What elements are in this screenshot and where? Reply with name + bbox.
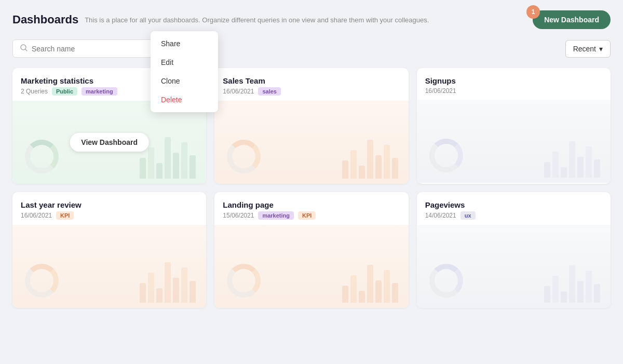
card-date: 16/06/2021 (425, 87, 456, 95)
bar (392, 283, 398, 303)
donut-chart (429, 264, 463, 298)
card-preview (417, 100, 611, 183)
dashboard-card-pageviews[interactable]: Pageviews 14/06/2021 ux (417, 192, 611, 308)
card-title: Pageviews (425, 200, 476, 209)
tag: Public (52, 87, 77, 96)
card-title: Last year review (21, 200, 82, 209)
bar (367, 265, 373, 303)
tag: sales (258, 87, 281, 96)
bar (173, 278, 179, 303)
bar (165, 137, 171, 179)
card-title-block: Sales Team 16/06/2021 sales (223, 76, 281, 96)
bar (189, 155, 196, 179)
tag: marketing (82, 87, 117, 96)
bar (392, 158, 398, 179)
bar (384, 270, 390, 303)
bar (375, 280, 382, 303)
view-dashboard-button[interactable]: View Dashboard (70, 133, 149, 152)
card-header: Signups 16/06/2021 (417, 68, 611, 100)
chevron-down-icon: ▾ (599, 45, 603, 53)
page-header: Dashboards This is a place for all your … (12, 10, 611, 29)
search-icon (20, 44, 28, 53)
sort-wrapper: Recent ▾ (565, 40, 611, 58)
search-box (12, 39, 163, 58)
card-date: 15/06/2021 (223, 212, 254, 219)
bar (140, 283, 146, 303)
bar-chart (140, 256, 196, 303)
page-title: Dashboards (12, 13, 78, 26)
bar-chart (342, 256, 398, 303)
tag: marketing (258, 211, 294, 220)
bar (342, 160, 348, 179)
bar-chart (544, 131, 600, 178)
bar (561, 291, 567, 303)
search-input[interactable] (32, 45, 155, 53)
bar (156, 163, 162, 179)
card-title-block: Signups 16/06/2021 (425, 76, 456, 95)
bar (577, 281, 584, 303)
card-header: Sales Team 16/06/2021 sales (214, 68, 408, 101)
card-preview: View Dashboard (12, 101, 206, 184)
card-preview (417, 225, 611, 308)
page-subtitle: This is a place for all your dashboards.… (85, 16, 429, 24)
dashboard-grid: Marketing statistics 2 Queries Publicmar… (12, 68, 611, 308)
header-left: Dashboards This is a place for all your … (12, 13, 429, 26)
bar (148, 273, 154, 303)
dashboard-card-signups[interactable]: Signups 16/06/2021 (417, 68, 611, 184)
bar (384, 145, 390, 179)
bar (342, 286, 348, 303)
tag: KPI (56, 211, 74, 220)
card-preview (12, 225, 206, 308)
bar (544, 286, 550, 303)
bar (594, 284, 600, 303)
donut-chart (429, 139, 463, 172)
donut-chart (25, 140, 59, 173)
card-meta: 14/06/2021 ux (425, 211, 476, 220)
dashboard-card-sales-team[interactable]: Sales Team 16/06/2021 sales (214, 68, 408, 184)
card-preview (214, 101, 408, 184)
bar (594, 159, 600, 178)
card-meta: 16/06/2021 sales (223, 87, 281, 96)
dropdown-item-delete[interactable]: Delete (151, 90, 218, 109)
card-title: Landing page (223, 200, 316, 209)
card-meta: 2 Queries Publicmarketing (21, 87, 117, 96)
bar (181, 267, 187, 303)
bar (181, 142, 187, 179)
donut-chart (227, 140, 261, 173)
card-title-block: Last year review 16/06/2021 KPI (21, 200, 82, 220)
dropdown-item-share[interactable]: Share (151, 34, 218, 53)
tag: KPI (298, 211, 316, 220)
bar (577, 157, 584, 178)
bar (189, 281, 196, 303)
card-meta: 16/06/2021 (425, 87, 456, 95)
card-title-block: Pageviews 14/06/2021 ux (425, 200, 476, 220)
new-dashboard-button[interactable]: 1 New Dashboard (533, 10, 611, 29)
bar (561, 167, 567, 178)
bar (569, 265, 575, 303)
sort-button[interactable]: Recent ▾ (565, 40, 611, 58)
card-date: 16/06/2021 (21, 212, 52, 219)
tag: ux (461, 211, 476, 220)
card-date: 16/06/2021 (223, 88, 254, 95)
dashboard-card-last-year-review[interactable]: Last year review 16/06/2021 KPI (12, 192, 206, 308)
bar (148, 147, 154, 179)
dropdown-item-clone[interactable]: Clone (151, 72, 218, 90)
dropdown-item-edit[interactable]: Edit (151, 53, 218, 72)
dashboard-card-landing-page[interactable]: Landing page 15/06/2021 marketingKPI (214, 192, 408, 308)
card-header: Last year review 16/06/2021 KPI (12, 192, 206, 225)
bar (586, 146, 592, 178)
bar (552, 152, 559, 178)
card-meta: 15/06/2021 marketingKPI (223, 211, 316, 220)
search-filter-row: Filters Recent ▾ (12, 39, 611, 58)
bar (350, 150, 357, 179)
card-date: 14/06/2021 (425, 212, 456, 219)
bar-chart (544, 256, 600, 303)
bar (359, 166, 365, 179)
svg-line-1 (25, 49, 27, 51)
bar-chart (342, 132, 398, 179)
bar (350, 275, 357, 303)
card-preview (214, 225, 408, 308)
card-title: Sales Team (223, 76, 281, 85)
new-dashboard-badge: 1 (526, 5, 540, 19)
bar (569, 141, 575, 178)
